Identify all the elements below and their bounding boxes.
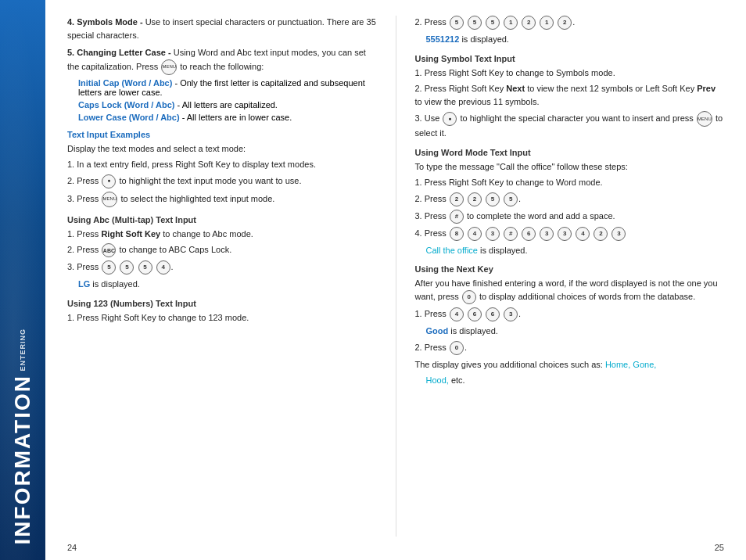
press2-line: 2. Press 5 5 5 1 2 1 2. xyxy=(415,16,725,30)
home-text: Home, xyxy=(605,360,630,369)
good-displayed: Good is displayed. xyxy=(426,325,725,338)
menu-key-sym: MENU xyxy=(697,111,712,127)
next-step2: 2. Press 0. xyxy=(415,341,725,355)
caps-lock-heading: Caps Lock (Word / Abc) xyxy=(78,100,174,109)
key-3d: 3 xyxy=(612,227,626,241)
call-displayed: Call the office is displayed. xyxy=(426,244,725,257)
lower-case-text: - All letters are in lower case. xyxy=(182,113,292,122)
menu-key-step3: MENU xyxy=(102,192,117,207)
key-8: 8 xyxy=(450,227,464,241)
columns: 4. Symbols Mode - Use to insert special … xyxy=(45,16,746,537)
text-input-intro: Display the text modes and select a text… xyxy=(67,142,377,156)
key-5c: 5 xyxy=(138,260,152,275)
word-step4: 4. Press 8 4 3 # 6 3 3 4 2 3 xyxy=(415,227,725,241)
sidebar: ENTERING INFORMATION xyxy=(0,0,45,560)
page-number-right: 25 xyxy=(715,543,724,552)
nav-key-step2: ● xyxy=(102,174,116,188)
key-3b: 3 xyxy=(540,227,554,241)
key-w2b: 2 xyxy=(468,192,482,206)
key-w5b: 5 xyxy=(504,192,518,206)
sym-step1: 1. Press Right Soft Key to change to Sym… xyxy=(415,66,725,80)
key-0: 0 xyxy=(462,290,476,304)
step1: 1. In a text entry field, press Right So… xyxy=(67,158,377,171)
key-3e: 3 xyxy=(504,307,518,321)
step3: 3. Press MENU to select the highlighted … xyxy=(67,192,377,207)
key-hash: # xyxy=(450,210,464,224)
next-step2b-line: The display gives you additional choices… xyxy=(415,358,725,372)
key-3a: 3 xyxy=(486,227,500,241)
num-step1: 1. Press Right Soft Key to change to 123… xyxy=(67,311,377,325)
abc-step3: 3. Press 5 5 5 4. xyxy=(67,260,377,275)
key-6a: 6 xyxy=(522,227,536,241)
key-r2b: 2 xyxy=(558,16,572,30)
section4: 4. Symbols Mode - Use to insert special … xyxy=(67,16,377,41)
sym-step2: 2. Press Right Soft Key Next to view the… xyxy=(415,82,725,108)
key-r2a: 2 xyxy=(522,16,536,30)
next-key-heading: Using the Next Key xyxy=(415,264,725,274)
next-key-intro: After you have finished entering a word,… xyxy=(415,277,725,304)
next-label: Next xyxy=(506,84,525,93)
hood-text: Hood, xyxy=(426,375,449,385)
abc-right-soft-key: Right Soft Key xyxy=(101,229,160,239)
initial-cap-heading: Initial Cap (Word / Abc) xyxy=(78,78,172,88)
sym-step3: 3. Use ● to highlight the special charac… xyxy=(415,111,725,140)
col-right: 2. Press 5 5 5 1 2 1 2. 5551212 is displ… xyxy=(396,16,747,537)
abc-step2: 2. Press ABC to change to ABC Caps Lock. xyxy=(67,243,377,257)
key-2c: 2 xyxy=(594,227,608,241)
using-abc-heading: Using Abc (Multi-tap) Text Input xyxy=(67,215,377,224)
col-left: 4. Symbols Mode - Use to insert special … xyxy=(45,16,396,537)
section5: 5. Changing Letter Case - Using Word and… xyxy=(67,46,377,75)
lower-case-heading: Lower Case (Word / Abc) xyxy=(78,113,180,122)
symbol-input-heading: Using Symbol Text Input xyxy=(415,54,725,63)
word-step1: 1. Press Right Soft Key to change to Wor… xyxy=(415,176,725,189)
good-text: Good xyxy=(426,326,449,336)
key-r5a: 5 xyxy=(450,16,464,30)
sidebar-label-entering: ENTERING xyxy=(19,328,27,372)
lower-case-section: Lower Case (Word / Abc) - All letters ar… xyxy=(78,113,377,122)
step2: 2. Press ● to highlight the text input m… xyxy=(67,174,377,188)
key-4d: 4 xyxy=(450,307,464,321)
key-hash2: # xyxy=(504,227,518,241)
main-content: 4. Symbols Mode - Use to insert special … xyxy=(45,0,746,560)
word-mode-heading: Using Word Mode Text Input xyxy=(415,148,725,157)
caps-lock-text: - All letters are capitalized. xyxy=(178,100,278,109)
key-6c: 6 xyxy=(486,307,500,321)
text-input-examples-heading: Text Input Examples xyxy=(67,130,377,139)
call-display-text: Call the office xyxy=(426,246,478,255)
hood-line: Hood, etc. xyxy=(426,374,725,387)
lg-displayed: LG is displayed. xyxy=(78,278,377,291)
page-number-left: 24 xyxy=(67,543,77,552)
key-r1b: 1 xyxy=(540,16,554,30)
key-5b: 5 xyxy=(120,260,134,275)
section4-heading: 4. Symbols Mode - xyxy=(67,17,143,27)
key-3c: 3 xyxy=(558,227,572,241)
key-4a: 4 xyxy=(156,260,170,275)
sidebar-label-main: INFORMATION xyxy=(12,375,34,544)
key-4b: 4 xyxy=(468,227,482,241)
key-r5b: 5 xyxy=(468,16,482,30)
section5-text2: to reach the following: xyxy=(180,61,264,70)
abc-key: ABC xyxy=(102,243,116,257)
next-step1: 1. Press 4 6 6 3. xyxy=(415,307,725,321)
key-r1a: 1 xyxy=(504,16,518,30)
word-step2: 2. Press 2 2 5 5. xyxy=(415,192,725,206)
key-w2a: 2 xyxy=(450,192,464,206)
key-w5a: 5 xyxy=(486,192,500,206)
key-5a: 5 xyxy=(102,260,116,275)
initial-cap-section: Initial Cap (Word / Abc) - Only the firs… xyxy=(78,78,377,97)
gone-text: Gone, xyxy=(633,360,656,369)
section5-heading: 5. Changing Letter Case - xyxy=(67,48,171,57)
caps-lock-section: Caps Lock (Word / Abc) - All letters are… xyxy=(78,100,377,109)
page-numbers: 24 25 xyxy=(45,537,746,552)
using-123-heading: Using 123 (Numbers) Text Input xyxy=(67,299,377,308)
menu-key: MENU xyxy=(161,59,177,75)
nav-key-sym: ● xyxy=(443,112,457,126)
key-r5c: 5 xyxy=(486,16,500,30)
key-0b: 0 xyxy=(450,341,464,355)
prev-label: Prev xyxy=(697,84,716,93)
key-4c: 4 xyxy=(576,227,590,241)
word-intro: To type the message "Call the office" fo… xyxy=(415,160,725,174)
number-displayed: 5551212 is displayed. xyxy=(426,33,725,46)
abc-step1: 1. Press Right Soft Key to change to Abc… xyxy=(67,228,377,241)
key-6b: 6 xyxy=(468,307,482,321)
